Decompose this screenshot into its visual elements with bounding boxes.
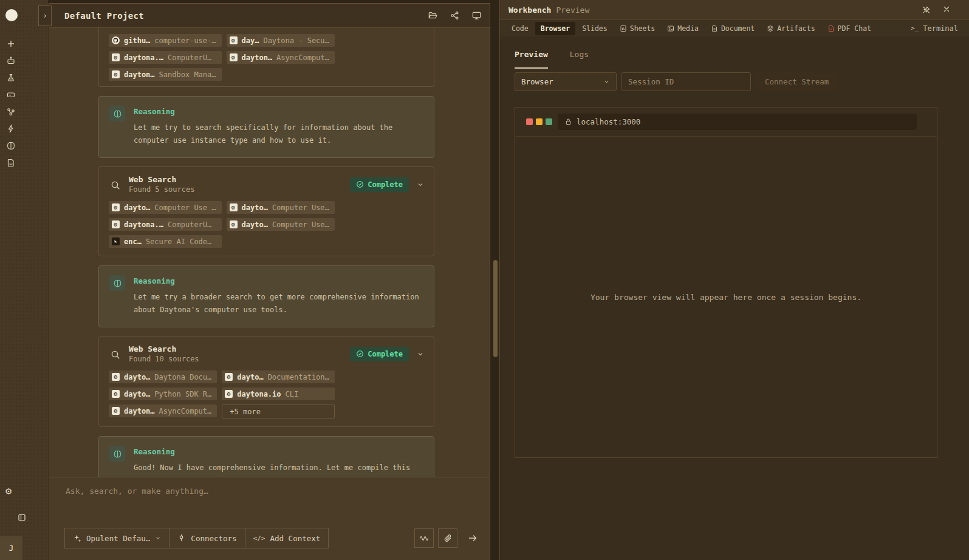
flask-icon	[6, 73, 16, 83]
source-chip[interactable]: ⚙dayto…Documentation…	[222, 370, 335, 383]
workbench-body: Preview Logs Browser Connect Stream loca…	[500, 36, 969, 560]
traffic-light-green	[546, 118, 552, 125]
send-button[interactable]	[464, 530, 481, 547]
sidebar-item-agents[interactable]	[6, 56, 16, 66]
workflow-icon	[6, 107, 16, 117]
daytona-favicon: ⚙	[230, 36, 238, 44]
open-folder-icon[interactable]	[428, 10, 438, 21]
source-chip[interactable]: ⚙dayton…Sandbox Mana…	[109, 68, 222, 81]
attachment-button[interactable]	[438, 528, 457, 548]
source-chip[interactable]: ⚙dayto…Computer Use …	[109, 201, 222, 214]
brain-icon	[6, 141, 16, 151]
voice-button[interactable]	[414, 528, 434, 548]
plug-icon	[177, 534, 186, 542]
paperclip-icon	[443, 534, 453, 543]
app-sidebar: ⚙ J	[0, 0, 48, 560]
browser-viewport: Your browser view will appear here once …	[515, 137, 937, 457]
waveform-icon	[419, 534, 430, 542]
reasoning-text: Let me try to search specifically for in…	[134, 121, 429, 146]
tab-pdf-chat[interactable]: PDF Chat	[822, 22, 877, 35]
source-chip[interactable]: ⚙daytona.…ComputerU…	[109, 51, 222, 64]
daytona-favicon: ⚙	[112, 390, 120, 398]
arrow-right-icon	[468, 533, 478, 543]
tab-code[interactable]: Code	[506, 22, 534, 35]
tab-media[interactable]: Media	[662, 22, 704, 35]
daytona-favicon: ⚙	[112, 220, 120, 228]
close-icon[interactable]	[943, 5, 952, 15]
share-icon[interactable]	[450, 10, 460, 21]
card-title: Web Search	[129, 175, 194, 184]
brain-icon	[109, 446, 125, 462]
connectors-button[interactable]: Connectors	[169, 528, 245, 548]
chip-source: daytona.…	[124, 53, 163, 62]
composer-input[interactable]	[64, 485, 478, 517]
monitor-icon[interactable]	[471, 10, 482, 21]
source-chip[interactable]: ⚙dayton…AsyncComput…	[109, 405, 217, 417]
collapse-sidebar-button[interactable]	[17, 513, 27, 522]
chip-source: enc…	[124, 237, 142, 246]
source-chip[interactable]: ⚙dayto…Python SDK R…	[109, 388, 217, 400]
sidebar-item-automations[interactable]	[6, 124, 16, 134]
source-chip[interactable]: ⚙dayto…Daytona Docu…	[109, 370, 217, 383]
workbench-title: Workbench	[508, 5, 551, 15]
tab-sheets[interactable]: Sheets	[614, 22, 661, 35]
app-logo[interactable]	[5, 9, 18, 21]
chip-source: dayto…	[242, 203, 268, 212]
more-sources-chip[interactable]: +5 more	[222, 405, 335, 418]
sidebar-item-workflows[interactable]	[6, 107, 16, 117]
tab-browser[interactable]: Browser	[535, 22, 575, 35]
chip-source: dayto…	[124, 373, 150, 381]
source-chip[interactable]: ⚙daytona.ioCLI	[222, 388, 335, 400]
source-chip[interactable]: ⚙day…Daytona - Secu…	[227, 34, 335, 47]
chevron-down-icon	[603, 78, 610, 85]
daytona-favicon: ⚙	[112, 373, 120, 381]
chevron-down-icon[interactable]	[417, 181, 424, 188]
source-chip[interactable]: ◣enc…Secure AI Code…	[109, 235, 222, 248]
subtab-logs[interactable]: Logs	[570, 50, 589, 69]
chevron-down-icon[interactable]	[417, 350, 424, 358]
add-context-button[interactable]: </> Add Context	[245, 528, 329, 548]
session-id-input[interactable]	[621, 72, 751, 91]
chevron-right-icon: ›	[43, 12, 47, 20]
web-search-card: Web Search Found 5 sources Complete ⚙day…	[98, 166, 434, 256]
tab-slides[interactable]: Slides	[577, 22, 613, 35]
chevron-down-icon	[155, 535, 161, 541]
sidebar-item-memory[interactable]	[6, 141, 16, 151]
chip-source: daytona.io	[237, 390, 281, 398]
brain-icon	[109, 275, 125, 291]
terminal-button[interactable]: >_Terminal	[911, 24, 969, 33]
daytona-favicon: ⚙	[225, 373, 233, 381]
source-chip[interactable]: ⚙dayton…AsyncComput…	[227, 51, 335, 64]
chip-source: dayton…	[124, 407, 155, 415]
connect-stream-button[interactable]: Connect Stream	[756, 72, 838, 91]
expand-panel-button[interactable]: ›	[38, 5, 52, 26]
sidebar-item-labs[interactable]	[6, 73, 16, 83]
daytona-favicon: ⚙	[112, 203, 120, 211]
workbench-panel: Workbench Preview Code Browser Slides Sh…	[499, 0, 969, 560]
sidebar-item-storage[interactable]	[6, 90, 16, 100]
daytona-favicon: ⚙	[230, 220, 238, 228]
chip-source: daytona.…	[124, 220, 163, 229]
settings-button[interactable]: ⚙	[5, 486, 12, 496]
source-chip[interactable]: githu…computer-use-…	[109, 34, 222, 47]
browser-select[interactable]: Browser	[515, 72, 617, 91]
subtab-preview[interactable]: Preview	[515, 50, 548, 69]
artifacts-icon	[767, 25, 774, 32]
reasoning-title: Reasoning	[134, 446, 429, 456]
sheets-icon	[620, 25, 627, 32]
tab-document[interactable]: Document	[705, 22, 760, 35]
pin-off-icon[interactable]	[922, 5, 931, 15]
source-chip[interactable]: ⚙dayto…Computer Use…	[227, 218, 335, 231]
daytona-favicon: ⚙	[225, 390, 233, 398]
source-chip[interactable]: ⚙daytona.…ComputerU…	[109, 218, 222, 231]
composer: Opulent Defau… Connectors </> Add Contex…	[49, 477, 490, 560]
source-chip[interactable]: ⚙dayto…Computer Use…	[227, 201, 335, 214]
avatar[interactable]: J	[0, 536, 22, 560]
new-chat-button[interactable]	[6, 39, 16, 49]
chat-scrollbar[interactable]	[493, 260, 498, 357]
browser-empty-message: Your browser view will appear here once …	[591, 293, 861, 302]
tab-artifacts[interactable]: Artifacts	[761, 22, 820, 35]
sidebar-item-docs[interactable]	[6, 158, 16, 168]
model-selector-button[interactable]: Opulent Defau…	[64, 528, 169, 548]
document-icon	[711, 25, 718, 32]
